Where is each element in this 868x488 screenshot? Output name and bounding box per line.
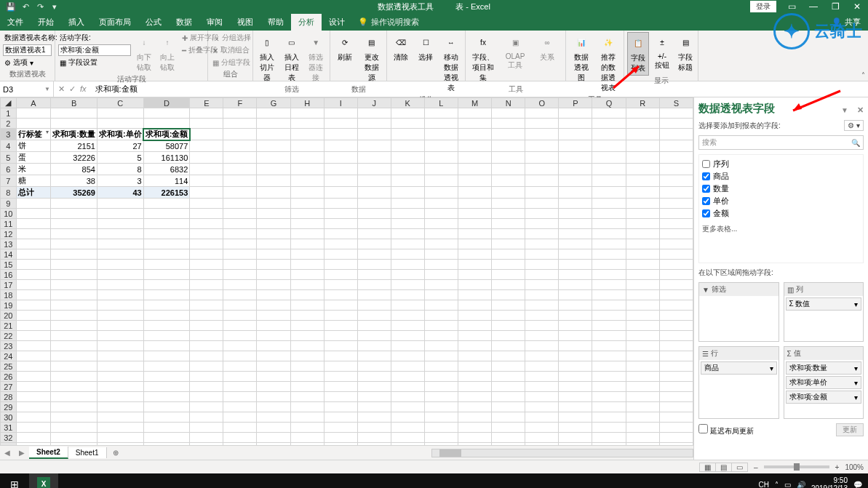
sheet-nav-prev-icon[interactable]: ◀: [0, 449, 15, 457]
cell[interactable]: [458, 311, 491, 321]
cell[interactable]: [559, 199, 592, 209]
insert-slicer-button[interactable]: ▯插入切片器: [256, 32, 278, 84]
area-item[interactable]: 求和项:单价▾: [786, 376, 862, 389]
cell[interactable]: [659, 140, 693, 152]
cell[interactable]: [190, 372, 223, 382]
clear-button[interactable]: ⌫清除: [390, 32, 412, 64]
cell[interactable]: [492, 382, 525, 392]
cell[interactable]: [223, 423, 257, 433]
name-box[interactable]: D3▼: [0, 81, 54, 97]
cell[interactable]: [492, 351, 525, 361]
cell[interactable]: [391, 361, 424, 372]
cell[interactable]: [424, 239, 458, 249]
cell[interactable]: [97, 331, 143, 341]
cell[interactable]: [391, 341, 424, 351]
move-pivot-button[interactable]: ↔移动数据透视表: [440, 32, 462, 95]
cell[interactable]: [492, 140, 525, 152]
cell[interactable]: [51, 361, 97, 372]
cell[interactable]: [391, 140, 424, 152]
cell[interactable]: 32226: [51, 152, 97, 164]
cell[interactable]: [223, 402, 257, 412]
cell[interactable]: [357, 412, 391, 423]
row-header[interactable]: 9: [1, 199, 17, 209]
cell[interactable]: [391, 152, 424, 164]
pane-dropdown-icon[interactable]: ▼: [841, 106, 848, 114]
cell[interactable]: [559, 175, 592, 187]
cell[interactable]: [51, 229, 97, 239]
cell[interactable]: [391, 209, 424, 219]
cell[interactable]: [290, 164, 324, 175]
cell[interactable]: [223, 187, 257, 199]
recommended-pivot-button[interactable]: ✨推荐的数据透视表: [597, 32, 621, 95]
field-checkbox[interactable]: [702, 209, 710, 217]
cell[interactable]: [357, 129, 391, 140]
cell[interactable]: [559, 187, 592, 199]
cell[interactable]: [559, 423, 592, 433]
cell[interactable]: [257, 361, 290, 372]
cell[interactable]: [324, 433, 357, 443]
field-item[interactable]: 金额: [702, 207, 860, 220]
cell[interactable]: [223, 311, 257, 321]
cell[interactable]: [525, 433, 559, 443]
cell[interactable]: [16, 280, 51, 290]
cell[interactable]: [97, 260, 143, 270]
cell[interactable]: [51, 260, 97, 270]
cell[interactable]: [357, 270, 391, 280]
cell[interactable]: [592, 321, 626, 331]
cell[interactable]: [290, 341, 324, 351]
cell[interactable]: [559, 412, 592, 423]
cell[interactable]: [525, 129, 559, 140]
cell[interactable]: [424, 199, 458, 209]
cell[interactable]: [424, 392, 458, 402]
cell[interactable]: [592, 199, 626, 209]
cell[interactable]: [257, 351, 290, 361]
cell[interactable]: [51, 199, 97, 209]
columns-area[interactable]: ▥列 Σ 数值▾: [784, 282, 864, 342]
notifications-icon[interactable]: 💬: [853, 481, 862, 489]
pane-close-icon[interactable]: ✕: [857, 105, 864, 114]
cell[interactable]: [626, 331, 659, 341]
cell[interactable]: [525, 392, 559, 402]
taskbar-excel[interactable]: X: [29, 473, 58, 488]
sheet-nav-next-icon[interactable]: ▶: [15, 449, 29, 457]
cell[interactable]: [223, 249, 257, 260]
cell[interactable]: [357, 402, 391, 412]
cell[interactable]: [458, 443, 491, 446]
cell[interactable]: [51, 239, 97, 249]
cell[interactable]: [290, 219, 324, 229]
rows-area[interactable]: ☰行 商品▾: [698, 346, 779, 419]
cell[interactable]: [424, 187, 458, 199]
cell[interactable]: [458, 423, 491, 433]
cell[interactable]: [458, 199, 491, 209]
cell[interactable]: [97, 382, 143, 392]
cell[interactable]: [223, 175, 257, 187]
cell[interactable]: [324, 392, 357, 402]
options-button[interactable]: ⚙选项 ▾: [3, 57, 52, 68]
cell[interactable]: [223, 152, 257, 164]
cell[interactable]: [525, 423, 559, 433]
cell[interactable]: [97, 270, 143, 280]
row-header[interactable]: 3: [1, 129, 17, 140]
cell[interactable]: [626, 412, 659, 423]
cell[interactable]: [659, 229, 693, 239]
cell[interactable]: [290, 175, 324, 187]
cell[interactable]: [391, 331, 424, 341]
cell[interactable]: [324, 249, 357, 260]
cell[interactable]: [592, 280, 626, 290]
cell[interactable]: [143, 321, 190, 331]
cell[interactable]: [357, 382, 391, 392]
cell[interactable]: [626, 270, 659, 280]
cell[interactable]: 854: [51, 164, 97, 175]
cell[interactable]: [290, 351, 324, 361]
cell[interactable]: [357, 331, 391, 341]
cell[interactable]: [290, 119, 324, 129]
cell[interactable]: [458, 219, 491, 229]
cell[interactable]: [290, 129, 324, 140]
cell[interactable]: [223, 209, 257, 219]
cell[interactable]: [51, 331, 97, 341]
sheet-tab-sheet2[interactable]: Sheet2: [29, 447, 68, 459]
cell[interactable]: [324, 423, 357, 433]
minimize-icon[interactable]: —: [803, 0, 824, 13]
cell[interactable]: [257, 187, 290, 199]
cell[interactable]: [324, 152, 357, 164]
